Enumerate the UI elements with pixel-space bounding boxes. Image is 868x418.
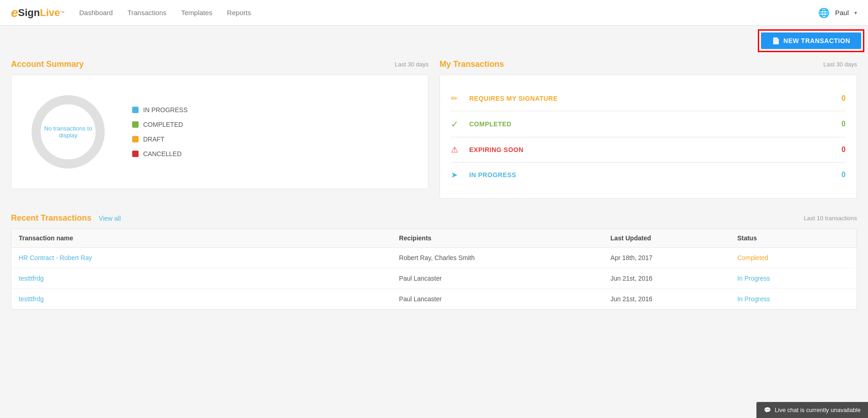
header: eSignLive™ Dashboard Transactions Templa… (0, 0, 868, 26)
new-transaction-label: NEW TRANSACTION (783, 37, 850, 44)
table-body: HR Contract - Robert Ray Robert Ray, Cha… (11, 248, 857, 309)
row-1-updated: Jun 21st, 2016 (603, 268, 730, 289)
logo-e: e (11, 5, 18, 20)
recent-transactions-section: Recent Transactions View all Last 10 tra… (11, 213, 857, 309)
legend-label-inprogress: IN PROGRESS (143, 106, 188, 114)
my-tx-inprogress[interactable]: ➤ IN PROGRESS 0 (451, 163, 846, 187)
legend-label-completed: COMPLETED (143, 121, 183, 128)
account-summary-header: Account Summary Last 30 days (11, 60, 429, 69)
view-all-link[interactable]: View all (99, 215, 121, 222)
nav-transactions[interactable]: Transactions (128, 5, 166, 20)
chart-area: No transactions to display IN PROGRESS C… (22, 86, 417, 178)
completed-label: COMPLETED (469, 120, 841, 128)
my-transactions-card: ✏ REQUIRES MY SIGNATURE 0 ✓ COMPLETED 0 … (439, 75, 857, 199)
row-0-status: Completed (730, 248, 857, 268)
table-row: HR Contract - Robert Ray Robert Ray, Cha… (11, 248, 857, 268)
my-tx-completed[interactable]: ✓ COMPLETED 0 (451, 111, 846, 137)
requires-signature-icon: ✏ (451, 93, 464, 103)
col-header-updated: Last Updated (603, 229, 730, 248)
table-header-row: Transaction name Recipients Last Updated… (11, 229, 857, 248)
inprogress-icon: ➤ (451, 170, 464, 180)
inprogress-label: IN PROGRESS (469, 171, 841, 179)
new-transaction-wrapper: 📄 NEW TRANSACTION (0, 26, 868, 52)
legend-item-completed: COMPLETED (132, 121, 188, 128)
inprogress-count: 0 (841, 171, 846, 179)
row-0-name: HR Contract - Robert Ray (11, 248, 392, 268)
account-summary-title: Account Summary (11, 60, 84, 69)
new-transaction-highlight: 📄 NEW TRANSACTION (758, 29, 864, 52)
legend-dot-draft (132, 136, 139, 142)
row-0-recipients: Robert Ray, Charles Smith (392, 248, 603, 268)
legend-item-draft: DRAFT (132, 136, 188, 143)
row-1-recipients: Paul Lancaster (392, 268, 603, 289)
chart-legend: IN PROGRESS COMPLETED DRAFT CANCELL (132, 106, 188, 157)
account-summary-subtitle: Last 30 days (395, 61, 429, 68)
requires-signature-label: REQUIRES MY SIGNATURE (469, 95, 841, 102)
legend-label-cancelled: CANCELLED (143, 150, 182, 157)
transactions-table: Transaction name Recipients Last Updated… (11, 228, 857, 309)
tx-name-link-2[interactable]: testttfrdg (19, 295, 43, 303)
my-tx-expiring[interactable]: ⚠ EXPIRING SOON 0 (451, 137, 846, 163)
row-0-updated: Apr 18th, 2017 (603, 248, 730, 268)
logo-live: Live (40, 7, 60, 19)
my-transactions-header: My Transactions Last 30 days (439, 60, 857, 69)
legend-item-inprogress: IN PROGRESS (132, 106, 188, 114)
main-content: Account Summary Last 30 days No transact… (0, 52, 868, 317)
user-name: Paul (835, 9, 849, 16)
my-tx-requires-signature[interactable]: ✏ REQUIRES MY SIGNATURE 0 (451, 86, 846, 111)
row-1-name: testttfrdg (11, 268, 392, 289)
tx-name-link-1[interactable]: testttfrdg (19, 275, 43, 282)
legend-dot-cancelled (132, 151, 139, 157)
legend-label-draft: DRAFT (143, 136, 165, 143)
legend-dot-completed (132, 121, 139, 128)
row-1-status-badge: In Progress (737, 275, 770, 282)
row-2-name: testttfrdg (11, 289, 392, 309)
nav-reports[interactable]: Reports (227, 5, 251, 20)
logo-tm: ™ (60, 10, 64, 15)
table-header: Transaction name Recipients Last Updated… (11, 229, 857, 248)
donut-chart: No transactions to display (22, 86, 114, 178)
row-2-status-badge: In Progress (737, 295, 770, 303)
table-row: testttfrdg Paul Lancaster Jun 21st, 2016… (11, 268, 857, 289)
row-2-updated: Jun 21st, 2016 (603, 289, 730, 309)
donut-empty-label: No transactions to display (41, 125, 96, 139)
expiring-count: 0 (841, 146, 846, 154)
my-transactions-section: My Transactions Last 30 days ✏ REQUIRES … (439, 60, 857, 199)
completed-icon: ✓ (451, 119, 464, 130)
nav-templates[interactable]: Templates (181, 5, 212, 20)
completed-count: 0 (841, 120, 846, 128)
account-summary-card: No transactions to display IN PROGRESS C… (11, 75, 429, 189)
nav-dashboard[interactable]: Dashboard (79, 5, 113, 20)
col-header-name: Transaction name (11, 229, 392, 248)
row-0-status-badge: Completed (737, 254, 768, 261)
main-nav: Dashboard Transactions Templates Reports (79, 5, 818, 20)
row-2-status: In Progress (730, 289, 857, 309)
row-2-recipients: Paul Lancaster (392, 289, 603, 309)
col-header-recipients: Recipients (392, 229, 603, 248)
new-transaction-icon: 📄 (772, 37, 780, 44)
globe-icon[interactable]: 🌐 (818, 7, 830, 18)
chevron-down-icon[interactable]: ▾ (854, 10, 857, 16)
row-1-status: In Progress (730, 268, 857, 289)
logo: eSignLive™ (11, 5, 64, 20)
recent-transactions-title: Recent Transactions (11, 213, 91, 223)
recent-transactions-header: Recent Transactions View all Last 10 tra… (11, 213, 857, 223)
account-summary-section: Account Summary Last 30 days No transact… (11, 60, 429, 199)
my-transactions-subtitle: Last 30 days (823, 61, 857, 68)
expiring-icon: ⚠ (451, 145, 464, 155)
header-right: 🌐 Paul ▾ (818, 7, 857, 18)
requires-signature-count: 0 (841, 94, 846, 103)
recent-transactions-subtitle: Last 10 transactions (804, 215, 857, 222)
dashboard-grid: Account Summary Last 30 days No transact… (11, 60, 857, 199)
legend-item-cancelled: CANCELLED (132, 150, 188, 157)
table-row: testttfrdg Paul Lancaster Jun 21st, 2016… (11, 289, 857, 309)
legend-dot-inprogress (132, 107, 139, 113)
logo-sign: Sign (18, 7, 40, 19)
expiring-label: EXPIRING SOON (469, 146, 841, 153)
new-transaction-button[interactable]: 📄 NEW TRANSACTION (761, 33, 861, 49)
col-header-status: Status (730, 229, 857, 248)
tx-name-link-0[interactable]: HR Contract - Robert Ray (19, 254, 92, 261)
my-transactions-title: My Transactions (439, 60, 504, 69)
